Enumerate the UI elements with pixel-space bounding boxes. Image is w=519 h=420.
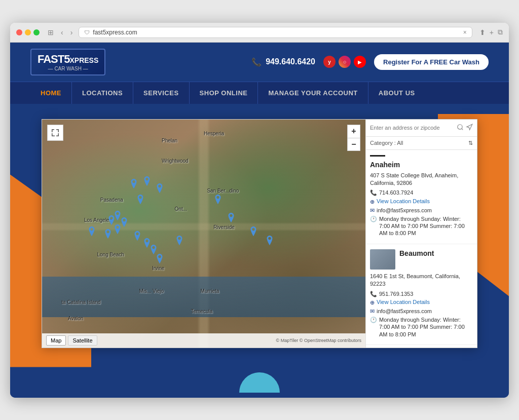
phone-number: 949.640.6420 (266, 57, 315, 66)
map-pin[interactable] (142, 176, 152, 187)
location-email-beaumont: ✉ info@fast5xpress.com (370, 308, 473, 315)
location-item-anaheim[interactable]: Anaheim 407 S State College Blvd, Anahei… (366, 150, 477, 244)
share-icon[interactable]: ⬆ (479, 28, 486, 36)
url-text: fast5xpress.com (93, 29, 137, 36)
browser-window: ⊞ ‹ › 🛡 fast5xpress.com × ⬆ + ⧉ FAST 5 (10, 23, 509, 398)
security-icon: 🛡 (84, 29, 90, 35)
instagram-icon-symbol: ○ (343, 59, 347, 65)
browser-chrome: ⊞ ‹ › 🛡 fast5xpress.com × ⬆ + ⧉ (10, 23, 509, 43)
social-icons: y ○ ▶ (323, 56, 366, 68)
map-pin[interactable] (265, 236, 274, 247)
location-thumb-beaumont (370, 249, 395, 270)
location-bar (370, 155, 385, 157)
header-right: 📞 949.640.6420 y ○ ▶ Register For A FREE… (251, 54, 489, 70)
map-pin[interactable] (113, 224, 122, 236)
youtube-icon[interactable]: ▶ (354, 56, 366, 68)
footer-section (10, 367, 509, 398)
yelp-icon[interactable]: y (323, 56, 336, 68)
svg-line-1 (462, 128, 463, 130)
nav-item-locations[interactable]: LOCATIONS (72, 82, 133, 104)
location-view-beaumont[interactable]: ⊕ View Location Details (370, 299, 473, 306)
logo-area: FAST 5 XPRESS — CAR WASH — (30, 49, 105, 75)
map-zoom-controls: + − (347, 125, 360, 151)
map-bottom-bar: Map Satellite © MapTiler © OpenStreetMap… (42, 333, 365, 348)
logo-fast-text: FAST (38, 53, 64, 66)
location-thumb-img-beaumont (370, 249, 395, 270)
map-pin[interactable] (136, 195, 145, 206)
maximize-button[interactable] (33, 29, 40, 35)
forward-icon[interactable]: › (68, 27, 75, 37)
map-pin[interactable] (213, 195, 223, 206)
logo-box[interactable]: FAST 5 XPRESS — CAR WASH — (30, 49, 105, 75)
map-pin[interactable] (103, 229, 113, 240)
sidebar-toggle-icon[interactable]: ⊞ (46, 27, 56, 37)
nav-item-about[interactable]: ABOUT US (368, 82, 425, 104)
map-water (42, 277, 365, 317)
address-bar[interactable]: 🛡 fast5xpress.com × (79, 27, 472, 38)
footer-circle-decoration (239, 372, 280, 393)
nav-item-account[interactable]: MANAGE YOUR ACCOUNT (258, 82, 368, 104)
location-header-beaumont: Beaumont (370, 249, 473, 270)
map-type-satellite-button[interactable]: Satellite (68, 335, 97, 346)
phone-icon: 📞 (251, 57, 262, 67)
browser-right-controls: ⬆ + ⧉ (479, 28, 503, 36)
nav-item-home[interactable]: HOME (30, 82, 72, 104)
map-container: Phelan Hesperia Wrightwood Pasadena Los … (42, 119, 477, 348)
map-pin[interactable] (87, 226, 96, 238)
tabs-icon[interactable]: ⧉ (498, 28, 503, 36)
filter-chevron-icon[interactable]: ⇅ (468, 140, 473, 146)
clock-icon-anaheim: 🕐 (370, 216, 377, 222)
location-item-beaumont[interactable]: Beaumont 1640 E 1st St, Beaumont, Califo… (366, 244, 477, 345)
clock-icon-beaumont: 🕐 (370, 317, 377, 323)
phone-area: 📞 949.640.6420 (251, 57, 315, 67)
map-type-map-button[interactable]: Map (46, 335, 66, 346)
location-phone-anaheim: 📞 714.603.7924 (370, 189, 473, 196)
map-pin[interactable] (155, 183, 164, 195)
map-area[interactable]: Phelan Hesperia Wrightwood Pasadena Los … (42, 120, 365, 348)
hero-section: Phelan Hesperia Wrightwood Pasadena Los … (10, 104, 509, 367)
minimize-button[interactable] (25, 29, 31, 35)
logo-xpress-text: XPRESS (69, 56, 98, 64)
site-header: FAST 5 XPRESS — CAR WASH — 📞 949.640.642… (10, 43, 509, 82)
filter-label: Category : All (370, 140, 403, 146)
email-icon-anaheim: ✉ (370, 207, 375, 214)
map-pin[interactable] (155, 254, 164, 265)
instagram-icon[interactable]: ○ (339, 56, 351, 68)
location-search-button[interactable] (457, 124, 464, 132)
location-list: Category : All ⇅ Anaheim 407 S State Col… (365, 120, 477, 348)
svg-marker-2 (467, 124, 472, 130)
traffic-lights (16, 29, 40, 35)
map-pin[interactable] (249, 226, 258, 238)
new-tab-icon[interactable]: + (490, 28, 494, 36)
browser-nav-icons: ⊞ ‹ › (46, 27, 75, 37)
location-name-anaheim: Anaheim (370, 161, 473, 169)
register-button[interactable]: Register For A FREE Car Wash (374, 54, 489, 70)
email-icon-beaumont: ✉ (370, 308, 375, 315)
location-email-anaheim: ✉ info@fast5xpress.com (370, 207, 473, 214)
location-filter: Category : All ⇅ (366, 137, 477, 150)
location-gps-button[interactable] (466, 124, 473, 132)
location-search-bar[interactable] (366, 120, 477, 137)
location-address-anaheim: 407 S State College Blvd, Anaheim, Calif… (370, 172, 473, 187)
tab-close-icon[interactable]: × (463, 29, 467, 36)
phone-icon-beaumont: 📞 (370, 291, 377, 297)
map-pin[interactable] (133, 231, 142, 242)
svg-point-0 (458, 124, 462, 129)
nav-item-shop[interactable]: SHOP ONLINE (190, 82, 258, 104)
map-pin[interactable] (227, 213, 236, 224)
close-button[interactable] (16, 29, 22, 35)
map-expand-button[interactable] (47, 125, 63, 141)
location-view-icon-anaheim: ⊕ (370, 199, 375, 205)
back-icon[interactable]: ‹ (59, 27, 65, 37)
zoom-in-button[interactable]: + (347, 125, 360, 138)
location-view-icon-beaumont: ⊕ (370, 299, 375, 306)
zoom-out-button[interactable]: − (347, 138, 360, 151)
location-search-input[interactable] (370, 125, 455, 131)
location-address-beaumont: 1640 E 1st St, Beaumont, California, 922… (370, 273, 473, 288)
map-attribution: © MapTiler © OpenStreetMap contributors (99, 338, 361, 343)
map-pin[interactable] (175, 236, 184, 247)
location-view-anaheim[interactable]: ⊕ View Location Details (370, 198, 473, 205)
map-pin[interactable] (129, 179, 138, 190)
location-name-beaumont: Beaumont (399, 249, 434, 257)
nav-item-services[interactable]: SERVICES (133, 82, 190, 104)
